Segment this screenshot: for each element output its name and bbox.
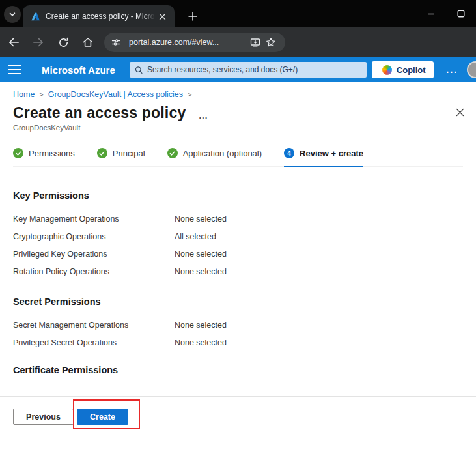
row-label: Privileged Secret Operations: [13, 338, 175, 347]
step-complete-icon: [13, 148, 23, 158]
window-minimize-button[interactable]: [416, 0, 446, 27]
copilot-label: Copilot: [397, 65, 426, 75]
close-icon: [456, 108, 464, 117]
azure-favicon-icon: [31, 12, 40, 22]
home-button[interactable]: [77, 31, 99, 53]
page-subtitle: GroupDocsKeyVault: [0, 122, 476, 132]
azure-portal-header: Microsoft Azure Copilot ...: [0, 57, 476, 82]
row-value: None selected: [175, 321, 463, 330]
reload-button[interactable]: [52, 31, 74, 53]
row-label: Secret Management Operations: [13, 321, 175, 330]
row-value: None selected: [175, 214, 463, 224]
window-maximize-button[interactable]: [446, 0, 476, 27]
key-permissions-rows: Key Management Operations None selected …: [13, 214, 463, 276]
browser-tab[interactable]: Create an access policy - Micros: [23, 5, 175, 27]
step-label: Principal: [113, 149, 145, 158]
step-permissions[interactable]: Permissions: [13, 148, 75, 166]
reload-icon: [58, 37, 69, 48]
header-more-button[interactable]: ...: [442, 65, 462, 75]
row-value: None selected: [175, 250, 463, 259]
screen: Create an access policy - Micros: [0, 0, 476, 449]
tab-title: Create an access policy - Micros: [46, 12, 155, 21]
azure-brand[interactable]: Microsoft Azure: [42, 65, 115, 76]
url-text: portal.azure.com/#view...: [129, 38, 247, 47]
row-value: None selected: [175, 338, 463, 347]
step-number-badge: 4: [284, 148, 294, 158]
breadcrumb-home-link[interactable]: Home: [13, 90, 35, 99]
tab-close-icon[interactable]: [156, 10, 168, 22]
maximize-icon: [457, 10, 465, 18]
breadcrumb-keyvault-link[interactable]: GroupDocsKeyVault | Access policies: [48, 90, 183, 99]
row-label: Key Management Operations: [13, 214, 175, 224]
step-complete-icon: [97, 148, 107, 158]
chevron-down-icon: [8, 10, 16, 18]
search-icon: [135, 66, 143, 74]
section-title-certificate-permissions: Certificate Permissions: [13, 365, 463, 375]
azure-search-box[interactable]: [130, 62, 367, 78]
home-icon: [82, 36, 94, 48]
step-label: Review + create: [300, 149, 363, 158]
window-controls: [416, 0, 476, 27]
bookmark-star-icon[interactable]: [263, 35, 279, 50]
step-principal[interactable]: Principal: [97, 148, 145, 166]
title-row: Create an access policy ...: [0, 99, 476, 122]
breadcrumb-separator: >: [188, 91, 191, 98]
breadcrumb: Home > GroupDocsKeyVault | Access polici…: [0, 82, 476, 99]
new-tab-button[interactable]: [184, 7, 202, 25]
tab-search-button[interactable]: [4, 6, 21, 23]
step-label: Application (optional): [183, 149, 262, 158]
secret-permissions-rows: Secret Management Operations None select…: [13, 321, 463, 347]
forward-button[interactable]: [27, 31, 49, 53]
breadcrumb-separator: >: [39, 91, 43, 98]
row-label: Cryptographic Operations: [13, 232, 175, 241]
title-context-menu-button[interactable]: ...: [199, 111, 208, 121]
copilot-button[interactable]: Copilot: [372, 61, 434, 78]
hamburger-menu-button[interactable]: [0, 57, 29, 82]
page-title: Create an access policy: [13, 104, 186, 122]
step-complete-icon: [167, 148, 178, 158]
page-content: Home > GroupDocsKeyVault | Access polici…: [0, 82, 476, 449]
browser-tab-strip: Create an access policy - Micros: [0, 0, 476, 27]
row-value: None selected: [175, 267, 463, 276]
site-settings-icon[interactable]: [108, 35, 124, 50]
address-bar[interactable]: portal.azure.com/#view...: [104, 33, 285, 52]
step-label: Permissions: [29, 149, 75, 158]
browser-toolbar: portal.azure.com/#view...: [0, 27, 476, 57]
footer-divider: [0, 396, 476, 397]
section-title-key-permissions: Key Permissions: [13, 190, 463, 201]
step-application[interactable]: Application (optional): [167, 148, 262, 166]
forward-arrow-icon: [33, 36, 44, 48]
row-label: Rotation Policy Operations: [13, 267, 175, 276]
step-review-create[interactable]: 4 Review + create: [284, 148, 363, 167]
wizard-steps: Permissions Principal Application (optio…: [13, 148, 463, 167]
account-avatar[interactable]: [467, 61, 476, 78]
install-app-icon[interactable]: [247, 35, 263, 50]
row-label: Privileged Key Operations: [13, 250, 175, 259]
back-arrow-icon: [8, 36, 20, 48]
copilot-logo-icon: [382, 65, 392, 75]
row-value: All selected: [175, 232, 463, 241]
plus-icon: [188, 12, 197, 21]
previous-button[interactable]: Previous: [13, 409, 74, 425]
back-button[interactable]: [3, 31, 25, 53]
azure-search-input[interactable]: [147, 65, 361, 74]
create-button[interactable]: Create: [77, 409, 128, 425]
page-close-button[interactable]: [453, 106, 467, 119]
minimize-icon: [427, 10, 435, 18]
section-title-secret-permissions: Secret Permissions: [13, 297, 463, 307]
